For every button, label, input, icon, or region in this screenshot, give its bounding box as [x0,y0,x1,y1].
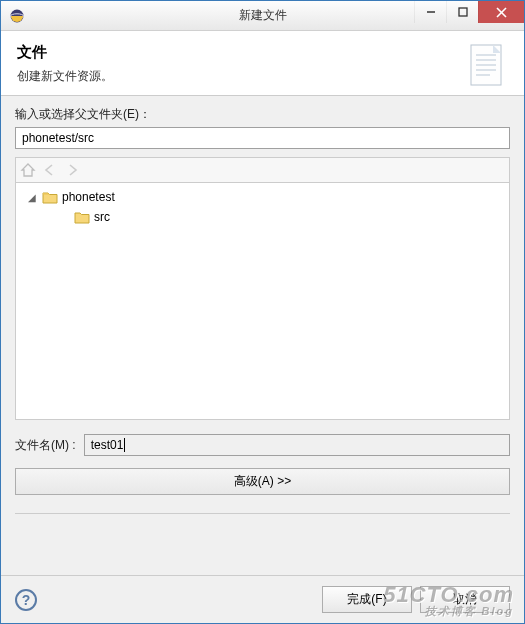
back-icon[interactable] [42,162,58,178]
tree-row[interactable]: ◢ phonetest [18,187,507,207]
tree-toolbar [15,157,510,182]
maximize-button[interactable] [446,1,478,23]
home-icon[interactable] [20,162,36,178]
filename-input[interactable]: test01 [84,434,510,456]
dialog-header: 文件 创建新文件资源。 [1,31,524,96]
advanced-button[interactable]: 高级(A) >> [15,468,510,495]
tree-item-label: phonetest [62,190,115,204]
folder-icon [74,210,90,224]
filename-label: 文件名(M) : [15,437,76,454]
window-titlebar[interactable]: 新建文件 [1,1,524,31]
finish-button[interactable]: 完成(F) [322,586,412,613]
tree-row[interactable]: src [18,207,507,227]
parent-folder-input[interactable] [15,127,510,149]
folder-tree[interactable]: ◢ phonetest src [15,182,510,420]
close-button[interactable] [478,1,524,23]
cancel-button[interactable]: 取消 [420,586,510,613]
svg-rect-3 [459,8,467,16]
eclipse-icon [9,8,25,24]
chevron-down-icon[interactable]: ◢ [28,192,40,203]
text-caret [124,438,125,452]
file-wizard-icon [466,41,508,91]
dialog-description: 创建新文件资源。 [17,68,508,85]
parent-folder-label: 输入或选择父文件夹(E)： [15,106,510,123]
forward-icon[interactable] [64,162,80,178]
tree-item-label: src [94,210,110,224]
minimize-button[interactable] [414,1,446,23]
dialog-heading: 文件 [17,43,508,62]
help-button[interactable]: ? [15,589,37,611]
project-folder-icon [42,190,58,204]
separator [15,513,510,514]
window-title: 新建文件 [239,7,287,24]
